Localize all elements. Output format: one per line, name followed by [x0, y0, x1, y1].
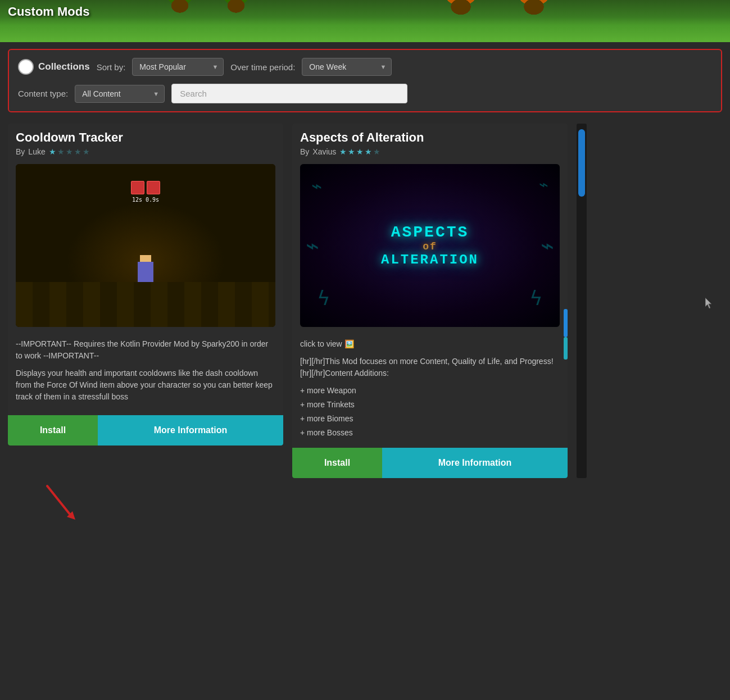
star-5: ★	[83, 147, 90, 156]
mod-title-cooldown: Cooldown Tracker	[16, 130, 275, 145]
collections-toggle[interactable]: Collections	[18, 59, 90, 75]
author-by-label: By	[16, 147, 25, 156]
mod-card-cooldown: Cooldown Tracker By Luke ★ ★ ★ ★ ★	[8, 124, 283, 478]
rune-5: ⌁	[306, 233, 319, 258]
star-3: ★	[66, 147, 73, 156]
desc-cooldown-line1: --IMPORTANT-- Requires the Kotlin Provid…	[16, 338, 275, 362]
mod-actions-aspects: Install More Information	[292, 448, 568, 478]
dungeon-floor	[16, 282, 275, 327]
filter-row-2: Content type: All Content Mods Maps Text…	[18, 84, 712, 103]
aspects-feature-2: + more Trinkets	[300, 399, 560, 411]
arrow-annotation	[42, 483, 87, 530]
mod-image-aspects: ⌁ ⌁ ϟ ϟ ⌁ ⌁ ASPECTS of ALTERATION	[300, 164, 560, 327]
star-4: ★	[74, 147, 81, 156]
period-label: Over time period:	[230, 62, 295, 72]
star-2: ★	[57, 147, 65, 156]
pixel-body	[138, 262, 153, 282]
desc-aspects-line1: click to view 🖼️	[300, 338, 560, 350]
scrollbar-track[interactable]	[577, 124, 587, 478]
install-button-cooldown[interactable]: Install	[8, 415, 98, 446]
filter-row-1: Collections Sort by: Most Popular Newest…	[18, 58, 712, 76]
aspect-star-2: ★	[348, 147, 355, 156]
mod-author-aspects: By Xavius ★ ★ ★ ★ ★	[300, 147, 560, 156]
more-info-button-aspects[interactable]: More Information	[382, 448, 568, 478]
aspects-bg: ⌁ ⌁ ϟ ϟ ⌁ ⌁ ASPECTS of ALTERATION	[300, 164, 560, 327]
svg-marker-1	[67, 511, 75, 520]
toggle-circle-icon	[18, 59, 34, 75]
pixel-character	[138, 262, 153, 282]
content-type-label: Content type:	[18, 89, 68, 98]
svg-line-0	[47, 486, 70, 514]
cooldown-bg: 12s 0.9s	[16, 164, 275, 327]
aspect-star-4: ★	[365, 147, 372, 156]
mod-card-cooldown-inner: Cooldown Tracker By Luke ★ ★ ★ ★ ★	[8, 124, 283, 446]
author-by-aspects: By	[300, 147, 309, 156]
sort-select-wrapper: Most Popular Newest Top Rated Most Downl…	[132, 58, 224, 76]
rune-4: ϟ	[529, 287, 543, 310]
install-button-aspects[interactable]: Install	[292, 448, 382, 478]
banner-decoration	[0, 0, 730, 42]
mod-actions-cooldown: Install More Information	[8, 415, 283, 446]
aspects-features-list: + more Weapon + more Trinkets + more Bio…	[300, 385, 560, 439]
mod-list: Cooldown Tracker By Luke ★ ★ ★ ★ ★	[0, 119, 730, 483]
mod-header-aspects: Aspects of Alteration By Xavius ★ ★ ★ ★ …	[292, 124, 568, 160]
more-info-button-cooldown[interactable]: More Information	[98, 415, 283, 446]
image-accent-bar-1	[564, 309, 568, 337]
aspect-star-5: ★	[373, 147, 380, 156]
rune-1: ⌁	[311, 175, 322, 197]
period-select-wrapper: One Week One Month All Time Today	[302, 58, 392, 76]
search-input[interactable]	[171, 84, 407, 103]
mod-card-aspects-inner: Aspects of Alteration By Xavius ★ ★ ★ ★ …	[292, 124, 568, 478]
aspects-feature-1: + more Weapon	[300, 385, 560, 397]
aspects-title-art: ASPECTS of ALTERATION	[381, 224, 479, 267]
aspect-star-1: ★	[339, 147, 347, 156]
period-select[interactable]: One Week One Month All Time Today	[302, 58, 392, 76]
rune-2: ⌁	[539, 175, 548, 194]
desc-aspects-line2: [hr][/hr]This Mod focuses on more Conten…	[300, 356, 560, 379]
mod-desc-aspects: click to view 🖼️ [hr][/hr]This Mod focus…	[292, 331, 568, 448]
content-type-select[interactable]: All Content Mods Maps Textures	[75, 85, 165, 103]
aspects-art-line3: ALTERATION	[381, 252, 479, 267]
sort-select[interactable]: Most Popular Newest Top Rated Most Downl…	[132, 58, 224, 76]
cd-box-1	[131, 181, 144, 194]
author-name-cooldown: Luke	[28, 147, 45, 156]
aspects-art-line1: ASPECTS	[381, 224, 479, 241]
desc-cooldown-line2: Displays your health and important coold…	[16, 367, 275, 403]
cooldown-inner: 12s 0.9s	[16, 164, 275, 327]
image-accent-bar-2	[564, 337, 568, 360]
scrollbar-thumb[interactable]	[578, 129, 585, 197]
mod-card-aspects: Aspects of Alteration By Xavius ★ ★ ★ ★ …	[292, 124, 568, 478]
app-title: Custom Mods	[8, 4, 89, 19]
sort-label: Sort by:	[97, 62, 126, 72]
author-name-aspects: Xavius	[312, 147, 336, 156]
collections-label: Collections	[38, 61, 90, 72]
rune-3: ϟ	[317, 287, 330, 310]
filter-bar: Collections Sort by: Most Popular Newest…	[8, 49, 722, 112]
header-banner: Custom Mods	[0, 0, 730, 42]
stars-aspects: ★ ★ ★ ★ ★	[339, 147, 380, 156]
cooldown-ui	[131, 181, 160, 194]
content-type-select-wrapper: All Content Mods Maps Textures	[75, 85, 165, 103]
scrollbar-area	[577, 124, 587, 478]
star-1: ★	[49, 147, 56, 156]
cd-timer-text: 12s 0.9s	[132, 197, 159, 203]
aspect-star-3: ★	[356, 147, 364, 156]
aspects-art-line2: of	[381, 241, 479, 252]
mod-author-cooldown: By Luke ★ ★ ★ ★ ★	[16, 147, 275, 156]
mod-title-aspects: Aspects of Alteration	[300, 130, 560, 145]
mod-image-cooldown: 12s 0.9s	[16, 164, 275, 327]
stars-cooldown: ★ ★ ★ ★ ★	[49, 147, 90, 156]
cd-box-2	[147, 181, 160, 194]
aspects-feature-4: + more Bosses	[300, 427, 560, 439]
mod-header-cooldown: Cooldown Tracker By Luke ★ ★ ★ ★ ★	[8, 124, 283, 160]
aspects-feature-3: + more Biomes	[300, 413, 560, 425]
rune-6: ⌁	[541, 233, 554, 258]
mod-desc-cooldown: --IMPORTANT-- Requires the Kotlin Provid…	[8, 331, 283, 415]
